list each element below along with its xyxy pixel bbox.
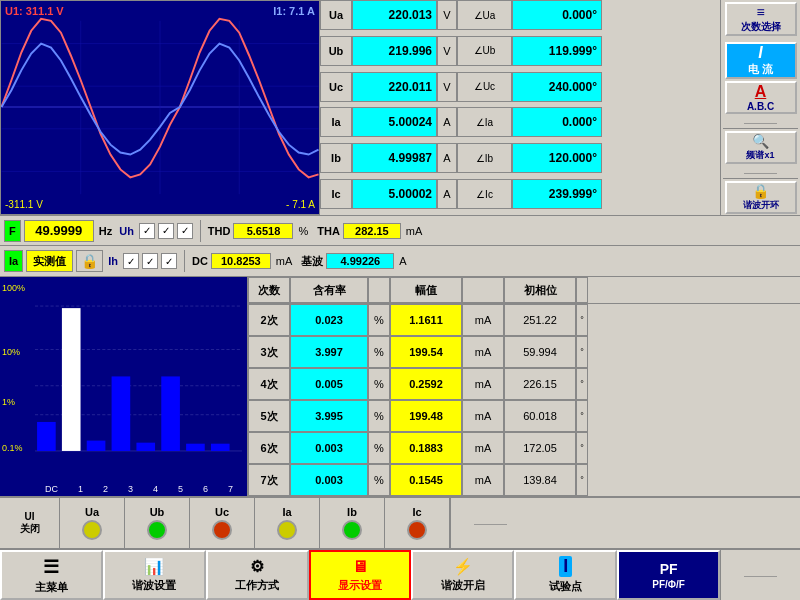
pf-icon: PF (660, 561, 678, 577)
sidebar-btn-order-select[interactable]: ≡ 次数选择 (725, 2, 797, 36)
toolbar-pf[interactable]: PF PF/Φ/F (617, 550, 720, 600)
ia-angle-label: ∠Ia (457, 107, 512, 137)
pf-label: PF/Φ/F (652, 579, 685, 590)
ub-angle-label: ∠Ub (457, 36, 512, 66)
lock-btn[interactable]: 🔒 (76, 250, 103, 272)
ic-angle-value: 239.999° (512, 179, 602, 209)
led-ub (147, 520, 167, 540)
chart-x-7: 7 (228, 484, 233, 494)
svg-rect-20 (186, 444, 205, 451)
status-uc-label: Uc (215, 506, 229, 518)
measurements-grid: Ua 220.013 V ∠Ua 0.000° Ub 219.996 V ∠Ub… (320, 0, 720, 215)
ia-value: 5.00024 (352, 107, 437, 137)
harmonic-settings-icon: 📊 (144, 557, 164, 576)
status-sidebar-spacer: ——— (450, 498, 530, 548)
display-settings-icon: 🖥 (352, 558, 368, 576)
harm-cell-4-5: 172.05 (504, 432, 576, 464)
ib-angle-label: ∠Ib (457, 143, 512, 173)
status-ui-close: UI关闭 (0, 498, 60, 548)
harm-cell-3-3: 199.48 (390, 400, 462, 432)
measured-val-btn[interactable]: 实测值 (26, 250, 73, 272)
ih-check3[interactable]: ✓ (161, 253, 177, 269)
harmonic-table-container: 次数 含有率 幅值 初相位 2次0.023%1.1611mA251.22°3次3… (248, 277, 800, 496)
hdr-phase: 初相位 (504, 277, 576, 303)
hdr-empty (576, 277, 588, 303)
uh-check3[interactable]: ✓ (177, 223, 193, 239)
harm-cell-2-5: 226.15 (504, 368, 576, 400)
toolbar-test-point[interactable]: I 试验点 (514, 550, 617, 600)
freq-row1: F 49.9999 Hz Uh ✓ ✓ ✓ THD 5.6518 % THA 2… (0, 216, 800, 246)
harm-cell-4-4: mA (462, 432, 504, 464)
harm-cell-0-1: 0.023 (290, 304, 368, 336)
uh-check1[interactable]: ✓ (139, 223, 155, 239)
test-point-label: 试验点 (549, 579, 582, 594)
harm-cell-0-5: 251.22 (504, 304, 576, 336)
led-ua (82, 520, 102, 540)
uc-angle-value: 240.000° (512, 72, 602, 102)
harmonic-settings-label: 谐波设置 (132, 578, 176, 593)
tha-value: 282.15 (343, 223, 401, 239)
status-ib-label: Ib (347, 506, 357, 518)
led-ia (277, 520, 297, 540)
hdr-amp: 幅值 (390, 277, 462, 303)
chart-x-2: 2 (103, 484, 108, 494)
harm-cell-0-0: 2次 (248, 304, 290, 336)
ic-value: 5.00002 (352, 179, 437, 209)
scope-svg (1, 1, 319, 214)
svg-rect-16 (87, 441, 106, 451)
harm-cell-2-1: 0.005 (290, 368, 368, 400)
ub-label: Ub (320, 36, 352, 66)
harmonic-enable-icon: ⚡ (453, 557, 473, 576)
ua-angle-value: 0.000° (512, 0, 602, 30)
hdr-rate: 含有率 (290, 277, 368, 303)
harm-cell-0-3: 1.1611 (390, 304, 462, 336)
harm-cell-2-0: 4次 (248, 368, 290, 400)
ih-check2[interactable]: ✓ (142, 253, 158, 269)
harm-cell-1-1: 3.997 (290, 336, 368, 368)
toolbar-work-mode[interactable]: ⚙ 工作方式 (206, 550, 309, 600)
harm-cell-0-4: mA (462, 304, 504, 336)
uh-label: Uh (117, 225, 136, 237)
ia-label: Ia (320, 107, 352, 137)
ub-value: 219.996 (352, 36, 437, 66)
sidebar-btn-spectrum[interactable]: 🔍 频谱x1 (725, 131, 797, 164)
toolbar-main-menu[interactable]: ☰ 主菜单 (0, 550, 103, 600)
harmonic-row-2: 4次0.005%0.2592mA226.15° (248, 368, 800, 400)
toolbar-harmonic-enable[interactable]: ⚡ 谐波开启 (411, 550, 514, 600)
chart-y-10: 10% (2, 347, 20, 357)
svg-rect-19 (161, 376, 180, 451)
harm-cell-3-5: 60.018 (504, 400, 576, 432)
chart-y-01: 0.1% (2, 443, 23, 453)
uc-angle-label: ∠Uc (457, 72, 512, 102)
sidebar-separator-1: ——— (723, 116, 798, 129)
ui-close-label: UI关闭 (20, 511, 40, 535)
hdr-unit1 (368, 277, 390, 303)
harm-cell-0-6: ° (576, 304, 588, 336)
harm-cell-3-1: 3.995 (290, 400, 368, 432)
chart-svg (35, 281, 242, 476)
uh-check2[interactable]: ✓ (158, 223, 174, 239)
status-ia: Ia (255, 498, 320, 548)
ia-row-label[interactable]: Ia (4, 250, 23, 272)
toolbar-display-settings[interactable]: 🖥 显示设置 (309, 550, 412, 600)
ih-check1[interactable]: ✓ (123, 253, 139, 269)
hdr-order: 次数 (248, 277, 290, 303)
harm-cell-3-0: 5次 (248, 400, 290, 432)
sidebar-btn-abc[interactable]: A A.B.C (725, 81, 797, 114)
toolbar-harmonic-settings[interactable]: 📊 谐波设置 (103, 550, 206, 600)
harm-cell-2-3: 0.2592 (390, 368, 462, 400)
sidebar-btn-harmonic-open[interactable]: 🔒 谐波开环 (725, 181, 797, 214)
status-bar: UI关闭 Ua Ub Uc Ia Ib Ic ——— (0, 496, 800, 548)
work-mode-icon: ⚙ (250, 557, 264, 576)
sidebar-btn-current[interactable]: I 电 流 (725, 42, 797, 79)
ib-unit: A (437, 143, 457, 173)
ub-unit: V (437, 36, 457, 66)
ua-angle-label: ∠Ua (457, 0, 512, 30)
harmonic-enable-label: 谐波开启 (441, 578, 485, 593)
order-select-label: 次数选择 (741, 20, 781, 34)
scope-neg-voltage: -311.1 V (5, 199, 43, 210)
middle-section: F 49.9999 Hz Uh ✓ ✓ ✓ THD 5.6518 % THA 2… (0, 215, 800, 276)
status-ub: Ub (125, 498, 190, 548)
harmonic-row-3: 5次3.995%199.48mA60.018° (248, 400, 800, 432)
display-settings-label: 显示设置 (338, 578, 382, 593)
